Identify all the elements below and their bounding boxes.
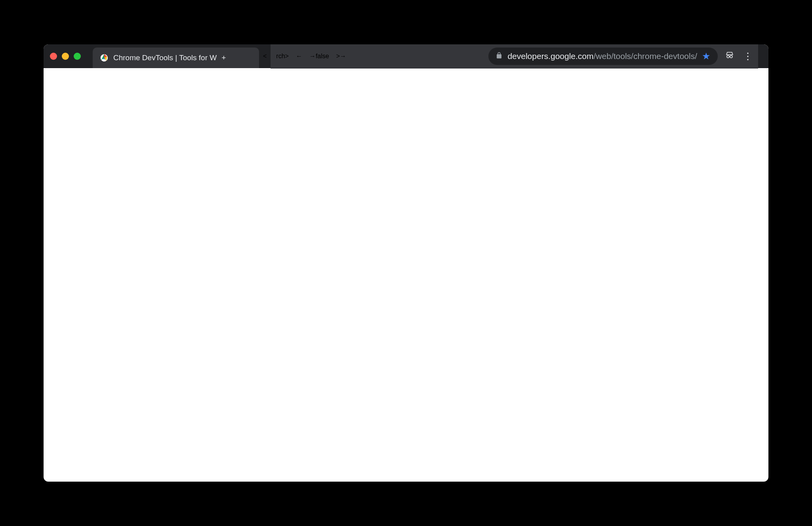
incognito-icon[interactable] <box>725 50 734 62</box>
browser-window: Chrome DevTools | Tools for W + < rch>← … <box>44 44 768 482</box>
url-text: developers.google.com/web/tools/chrome-d… <box>507 51 697 61</box>
browser-right-controls: ⋮ <box>725 50 753 62</box>
tab-favicon <box>100 53 109 62</box>
omnibox[interactable]: developers.google.com/web/tools/chrome-d… <box>488 48 718 65</box>
svg-point-3 <box>730 55 732 58</box>
close-window-button[interactable] <box>50 53 57 60</box>
titlebar: Chrome DevTools | Tools for W + < rch>← … <box>44 44 768 68</box>
tab-title: Chrome DevTools | Tools for W <box>113 53 217 62</box>
bookmark-star-icon[interactable]: ★ <box>702 51 711 62</box>
browser-tab[interactable]: Chrome DevTools | Tools for W + <box>93 48 259 68</box>
browser-menu-icon[interactable]: ⋮ <box>743 51 753 62</box>
maximize-window-button[interactable] <box>74 53 81 60</box>
address-bar: rch>← →false >→="nav-data dime"true"> -i… <box>271 44 758 69</box>
minimize-window-button[interactable] <box>62 53 69 60</box>
window-controls <box>50 53 81 60</box>
 = <box>353 44 481 89</box>
svg-point-2 <box>727 55 729 58</box>
lock-icon <box>496 51 503 61</box>
